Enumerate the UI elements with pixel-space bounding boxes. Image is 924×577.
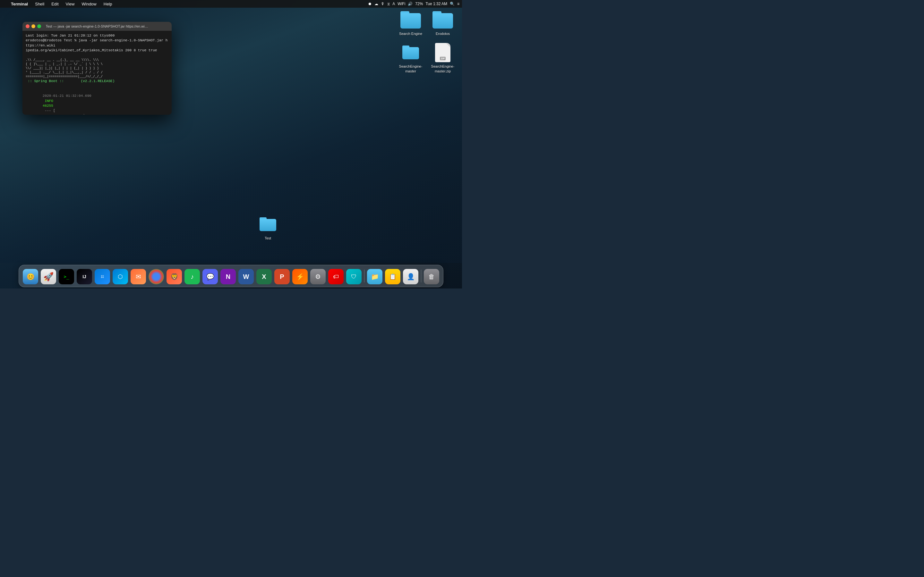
dock-item-adblocker[interactable]: 🛡 bbox=[346, 268, 362, 285]
dock-item-onenote[interactable]: N bbox=[220, 268, 236, 285]
dock-icon-launchpad: 🚀 bbox=[41, 269, 56, 284]
folder-shape-2 bbox=[433, 11, 453, 29]
dock-item-pricetag[interactable]: 🏷 bbox=[328, 268, 344, 285]
status-battery: 72% bbox=[415, 2, 423, 6]
menu-help[interactable]: Help bbox=[102, 2, 113, 6]
test-folder-label: Test bbox=[265, 236, 271, 240]
folder-body bbox=[401, 13, 421, 29]
terminal-window[interactable]: Test — java -jar search-engine-1.0-SNAPS… bbox=[23, 22, 172, 115]
status-volume: 🔊 bbox=[408, 2, 413, 6]
menu-view[interactable]: View bbox=[65, 2, 76, 6]
dock-item-reeder[interactable]: ⚡ bbox=[292, 268, 309, 285]
terminal-title: Test — java -jar search-engine-1.0-SNAPS… bbox=[46, 24, 149, 28]
maximize-button[interactable] bbox=[37, 24, 41, 28]
log1-pid: 46255 bbox=[43, 104, 53, 108]
log1-time: 2020-01-21 01:32:04.690 bbox=[43, 94, 91, 98]
dock-separator bbox=[364, 269, 365, 282]
ascii-line-1: .\\ /____, __ . __(.)_ __ __ \\\\. \\\ bbox=[26, 58, 168, 62]
desktop: Terminal Shell Edit View Window Help ⏺ ☁… bbox=[0, 0, 462, 288]
status-search[interactable]: 🔍 bbox=[450, 2, 455, 6]
terminal-body[interactable]: Last login: Tue Jan 21 01:20:12 on ttys0… bbox=[23, 31, 172, 115]
dock-item-postman[interactable]: ✉ bbox=[130, 268, 147, 285]
dock-icon-finder2: 📁 bbox=[367, 269, 383, 284]
dock-icon-discord: 💬 bbox=[202, 269, 218, 284]
dock-icon-adblocker: 🛡 bbox=[346, 269, 362, 284]
status-wifi: WiFi bbox=[397, 2, 405, 6]
search-engine-label: Search Engine bbox=[399, 31, 422, 36]
menu-edit[interactable]: Edit bbox=[50, 2, 60, 6]
dock-item-intellij[interactable]: IJ bbox=[76, 268, 93, 285]
dock-item-notes[interactable]: 📋 bbox=[384, 268, 401, 285]
dock-icon-terminal: >_ bbox=[59, 269, 74, 284]
log1-separator: --- [ bbox=[43, 109, 55, 113]
dock-item-finder2[interactable]: 📁 bbox=[367, 268, 383, 285]
test-folder-icon bbox=[258, 214, 278, 235]
dock-icon-pricetag: 🏷 bbox=[328, 269, 344, 284]
dock-icon-word: W bbox=[238, 269, 254, 284]
dock-item-contacts[interactable]: 👤 bbox=[402, 268, 419, 285]
term-line-cmd1: erodotos@Erodotos Test % java -jar searc… bbox=[26, 38, 168, 48]
menu-shell[interactable]: Shell bbox=[34, 2, 45, 6]
zip-shape: ZIP bbox=[435, 43, 451, 62]
desktop-icon-searchengine-master[interactable]: SearchEngine-master bbox=[398, 42, 423, 73]
dock-item-excel[interactable]: X bbox=[256, 268, 272, 285]
dock-icon-vscode: ⌗ bbox=[95, 269, 110, 284]
folder-body-2 bbox=[433, 13, 453, 29]
term-log-1: 2020-01-21 01:32:04.690 INFO 46255 --- [… bbox=[26, 89, 168, 115]
erodotos-folder-icon bbox=[433, 10, 453, 30]
ascii-line-2: ( ( )\___ | _ | _.| | .- \/ _` | \ \ \ \ bbox=[26, 62, 168, 66]
dock-item-azure[interactable]: ⬡ bbox=[112, 268, 129, 285]
searchengine-zip-icon: ZIP bbox=[433, 42, 453, 63]
zip-label-text: ZIP bbox=[440, 57, 446, 60]
dock-icon-intellij: IJ bbox=[77, 269, 92, 284]
dock-icon-finder: 😊 bbox=[23, 269, 38, 284]
desktop-icon-erodotos[interactable]: Erodotos bbox=[430, 10, 456, 36]
dock-item-brave[interactable]: 🦁 bbox=[166, 268, 183, 285]
dock-item-chrome[interactable] bbox=[148, 268, 165, 285]
dock-icon-chrome bbox=[149, 269, 164, 284]
minimize-button[interactable] bbox=[31, 24, 35, 28]
menu-app-name[interactable]: Terminal bbox=[10, 2, 29, 6]
dock-item-vscode[interactable]: ⌗ bbox=[94, 268, 111, 285]
dock-item-finder[interactable]: 😊 bbox=[22, 268, 39, 285]
test-folder-body bbox=[260, 219, 276, 231]
desktop-icon-searchengine-zip[interactable]: ZIP SearchEngine-master.zip bbox=[430, 42, 456, 73]
dock-icon-contacts: 👤 bbox=[403, 269, 418, 284]
menubar-right: ⏺ ☁ 🎙 ⧖ A WiFi 🔊 72% Tue 1:32 AM 🔍 ≡ bbox=[368, 2, 459, 6]
desktop-icon-search-engine[interactable]: Search Engine bbox=[398, 10, 423, 36]
status-font: A bbox=[393, 2, 395, 6]
menubar-left: Terminal Shell Edit View Window Help bbox=[3, 2, 113, 6]
term-line-blank2 bbox=[26, 84, 168, 89]
dock-item-word[interactable]: W bbox=[238, 268, 254, 285]
dock-icon-brave: 🦁 bbox=[166, 269, 182, 284]
dock-icon-onenote: N bbox=[220, 269, 236, 284]
term-line-login: Last login: Tue Jan 21 01:20:12 on ttys0… bbox=[26, 33, 168, 38]
dock-item-sysprefs[interactable]: ⚙ bbox=[310, 268, 326, 285]
dock-icon-spotify: ♪ bbox=[184, 269, 200, 284]
dock-item-launchpad[interactable]: 🚀 bbox=[40, 268, 57, 285]
dock-separator-2 bbox=[421, 269, 421, 282]
erodotos-label: Erodotos bbox=[436, 31, 450, 36]
folder-body-small bbox=[402, 47, 419, 59]
term-line-cmd2: ipedia.org/wiki/Cabinet_of_Kyriakos_Mits… bbox=[26, 48, 168, 53]
dock-item-trash[interactable]: 🗑 bbox=[423, 268, 440, 285]
dock-item-terminal[interactable]: >_ bbox=[58, 268, 75, 285]
searchengine-master-label: SearchEngine-master bbox=[398, 64, 423, 73]
dock-icon-powerpoint: P bbox=[274, 269, 290, 284]
dock-item-spotify[interactable]: ♪ bbox=[184, 268, 200, 285]
log1-thread: main bbox=[43, 114, 87, 115]
desktop-icon-row-2: SearchEngine-master ZIP SearchEngine-mas… bbox=[398, 42, 456, 73]
dock-icon-trash: 🗑 bbox=[424, 269, 439, 284]
status-record: ⏺ bbox=[368, 2, 372, 6]
menu-window[interactable]: Window bbox=[81, 2, 98, 6]
dock-item-powerpoint[interactable]: P bbox=[274, 268, 290, 285]
desktop-icon-test[interactable]: Test bbox=[255, 214, 281, 240]
ascii-line-5: =========|_|===============|___/=/_/_/_/ bbox=[26, 75, 168, 79]
dock-icon-postman: ✉ bbox=[131, 269, 146, 284]
searchengine-zip-label: SearchEngine-master.zip bbox=[430, 64, 456, 73]
close-button[interactable] bbox=[26, 24, 29, 28]
dock-item-discord[interactable]: 💬 bbox=[202, 268, 218, 285]
status-menu2[interactable]: ≡ bbox=[457, 2, 459, 6]
ascii-line-3: \\/ ___)| |_)| |_| | | | (_| | ) ) ) ) bbox=[26, 66, 168, 71]
search-engine-folder-icon bbox=[401, 10, 421, 30]
